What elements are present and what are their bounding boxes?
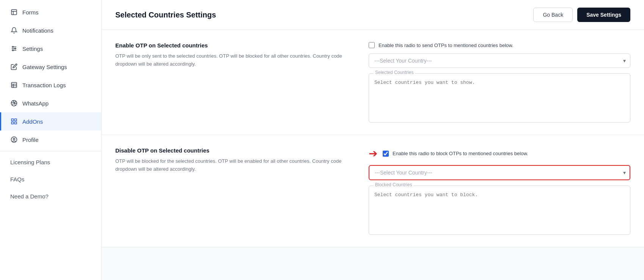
sidebar-divider: [0, 151, 101, 151]
disable-otp-desc: OTP will be blocked for the selected cou…: [115, 157, 350, 173]
svg-point-7: [15, 48, 16, 49]
grid-icon: [10, 118, 18, 125]
sidebar-label-licensing-plans: Licensing Plans: [10, 159, 50, 165]
svg-rect-0: [11, 9, 17, 15]
disable-otp-checkbox[interactable]: [383, 151, 389, 157]
svg-rect-9: [11, 82, 17, 88]
settings-icon: [10, 45, 18, 52]
disable-otp-checkbox-row: ➔ Enable this radio to block OTPs to men…: [369, 147, 630, 160]
bell-icon: [10, 27, 18, 34]
sidebar-item-faqs[interactable]: FAQs: [0, 171, 101, 188]
header-actions: Go Back Save Settings: [533, 8, 630, 22]
enable-otp-desc: OTP will be only sent to the selected co…: [115, 52, 350, 68]
blocked-countries-textarea[interactable]: [369, 186, 630, 231]
main-content-area: Selected Countries Settings Go Back Save…: [102, 0, 644, 280]
disable-otp-checkbox-label: Enable this radio to block OTPs to menti…: [393, 151, 528, 156]
disable-otp-section: Disable OTP on Selected countries OTP wi…: [102, 135, 644, 247]
blocked-countries-box: Blocked Countries: [369, 186, 630, 235]
svg-point-6: [13, 46, 14, 47]
sidebar-label-whatsapp: WhatsApp: [22, 100, 49, 107]
sidebar-item-settings[interactable]: Settings: [0, 39, 101, 58]
save-settings-button[interactable]: Save Settings: [577, 8, 630, 22]
sidebar-label-need-demo: Need a Demo?: [10, 193, 49, 200]
enable-otp-section: Enable OTP on Selected countries OTP wil…: [102, 30, 644, 135]
sidebar-item-need-demo[interactable]: Need a Demo?: [0, 188, 101, 205]
svg-point-19: [13, 138, 15, 140]
sidebar-item-forms[interactable]: Forms: [0, 3, 101, 21]
enable-otp-select-wrapper: ---Select Your Country--- ▾: [369, 53, 630, 68]
selected-countries-textarea[interactable]: [369, 74, 630, 119]
page-title: Selected Countries Settings: [115, 11, 216, 19]
svg-rect-15: [15, 119, 17, 121]
disable-otp-country-select[interactable]: ---Select Your Country---: [369, 165, 630, 180]
page-header: Selected Countries Settings Go Back Save…: [102, 0, 644, 30]
enable-otp-checkbox-label: Enable this radio to send OTPs to mentio…: [379, 42, 514, 48]
go-back-button[interactable]: Go Back: [533, 8, 573, 22]
sidebar-label-faqs: FAQs: [10, 176, 25, 182]
sidebar-item-transaction-logs[interactable]: Transaction Logs: [0, 76, 101, 94]
disable-otp-right: ➔ Enable this radio to block OTPs to men…: [369, 147, 630, 235]
enable-otp-title: Enable OTP on Selected countries: [115, 42, 350, 49]
disable-otp-select-wrapper: ---Select Your Country--- ▾: [369, 165, 630, 180]
selected-countries-box: Selected Countries: [369, 73, 630, 123]
sidebar-label-gateway-settings: Gateway Settings: [22, 64, 67, 70]
sidebar-item-addons[interactable]: AddOns: [0, 112, 101, 131]
sidebar-item-gateway-settings[interactable]: Gateway Settings: [0, 58, 101, 76]
red-arrow-icon: ➔: [369, 147, 377, 160]
disable-otp-left: Disable OTP on Selected countries OTP wi…: [115, 147, 350, 235]
sidebar-item-licensing-plans[interactable]: Licensing Plans: [0, 154, 101, 171]
svg-rect-14: [11, 119, 13, 121]
sidebar-label-forms: Forms: [22, 9, 39, 16]
sidebar-label-addons: AddOns: [22, 118, 43, 125]
sidebar-label-profile: Profile: [22, 137, 39, 143]
sidebar-label-settings: Settings: [22, 46, 43, 52]
enable-otp-checkbox-row: Enable this radio to send OTPs to mentio…: [369, 42, 630, 48]
svg-point-8: [13, 50, 14, 51]
sections-container: Enable OTP on Selected countries OTP wil…: [102, 30, 644, 247]
sidebar-item-whatsapp[interactable]: WhatsApp: [0, 94, 101, 112]
enable-otp-country-select[interactable]: ---Select Your Country---: [369, 53, 630, 68]
enable-otp-checkbox[interactable]: [369, 42, 375, 48]
sidebar: Forms Notifications Settings Gateway Set…: [0, 0, 102, 280]
whatsapp-icon: [10, 99, 18, 107]
table-icon: [10, 81, 18, 89]
forms-icon: [10, 8, 18, 16]
selected-countries-label: Selected Countries: [374, 70, 415, 75]
sidebar-label-notifications: Notifications: [22, 27, 53, 34]
sidebar-item-notifications[interactable]: Notifications: [0, 21, 101, 39]
enable-otp-left: Enable OTP on Selected countries OTP wil…: [115, 42, 350, 123]
user-circle-icon: [10, 136, 18, 143]
sidebar-item-profile[interactable]: Profile: [0, 131, 101, 149]
enable-otp-right: Enable this radio to send OTPs to mentio…: [369, 42, 630, 123]
svg-rect-17: [11, 122, 13, 124]
sidebar-label-transaction-logs: Transaction Logs: [22, 82, 66, 88]
disable-otp-title: Disable OTP on Selected countries: [115, 147, 350, 154]
blocked-countries-label: Blocked Countries: [374, 182, 413, 187]
svg-rect-16: [15, 122, 17, 124]
edit-icon: [10, 63, 18, 71]
